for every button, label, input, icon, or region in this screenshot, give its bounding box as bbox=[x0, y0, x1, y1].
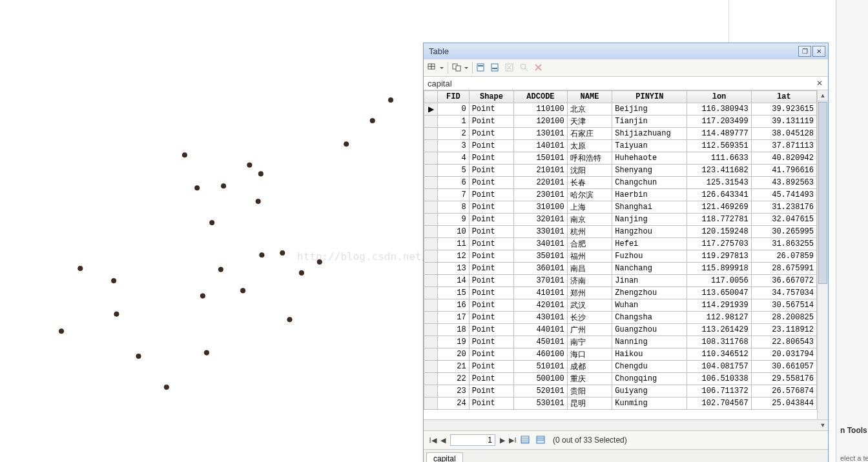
cell-lon[interactable]: 123.411682 bbox=[687, 165, 751, 177]
cell-adcode[interactable]: 210101 bbox=[514, 165, 567, 177]
cell-lat[interactable]: 43.892563 bbox=[751, 177, 816, 189]
row-header[interactable] bbox=[424, 287, 438, 299]
cell-shape[interactable]: Point bbox=[469, 177, 514, 189]
cell-lon[interactable]: 121.469269 bbox=[687, 201, 751, 214]
cell-adcode[interactable]: 360101 bbox=[514, 263, 567, 275]
cell-lon[interactable]: 108.311768 bbox=[687, 336, 751, 348]
nav-last-button[interactable]: ▶I bbox=[508, 435, 517, 445]
cell-lon[interactable]: 119.297813 bbox=[687, 250, 751, 263]
row-header[interactable] bbox=[424, 299, 438, 312]
table-row[interactable]: 15Point410101郑州Zhengzhou113.65004734.757… bbox=[424, 287, 817, 299]
cell-adcode[interactable]: 130101 bbox=[514, 128, 567, 140]
cell-lon[interactable]: 102.704567 bbox=[687, 397, 751, 410]
cell-lat[interactable]: 41.796616 bbox=[751, 165, 816, 177]
cell-name[interactable]: 南宁 bbox=[567, 336, 612, 348]
map-point[interactable] bbox=[287, 317, 293, 323]
cell-fid[interactable]: 8 bbox=[438, 201, 470, 214]
cell-lat[interactable]: 30.661057 bbox=[751, 361, 816, 373]
map-point[interactable] bbox=[260, 252, 265, 257]
table-row[interactable]: 23Point520101贵阳Guiyang106.71137226.57687… bbox=[424, 385, 817, 397]
cell-fid[interactable]: 9 bbox=[438, 214, 470, 226]
col-fid[interactable]: FID bbox=[438, 91, 470, 103]
cell-name[interactable]: 哈尔滨 bbox=[567, 189, 612, 201]
cell-shape[interactable]: Point bbox=[469, 189, 514, 201]
cell-shape[interactable]: Point bbox=[469, 226, 514, 238]
cell-adcode[interactable]: 440101 bbox=[514, 324, 567, 336]
row-header[interactable] bbox=[424, 373, 438, 385]
row-header[interactable] bbox=[424, 275, 438, 287]
cell-name[interactable]: 海口 bbox=[567, 348, 612, 361]
nav-first-button[interactable]: I◀ bbox=[428, 435, 437, 445]
scroll-thumb[interactable] bbox=[818, 102, 827, 284]
cell-shape[interactable]: Point bbox=[469, 299, 514, 312]
cell-pinyin[interactable]: Shenyang bbox=[612, 165, 687, 177]
cell-shape[interactable]: Point bbox=[469, 312, 514, 324]
cell-pinyin[interactable]: Chongqing bbox=[612, 373, 687, 385]
cell-fid[interactable]: 14 bbox=[438, 275, 470, 287]
cell-name[interactable]: 石家庄 bbox=[567, 128, 612, 140]
cell-name[interactable]: 沈阳 bbox=[567, 165, 612, 177]
cell-pinyin[interactable]: Fuzhou bbox=[612, 250, 687, 263]
cell-name[interactable]: 呼和浩特 bbox=[567, 152, 612, 165]
cell-lat[interactable]: 34.757034 bbox=[751, 287, 816, 299]
cell-shape[interactable]: Point bbox=[469, 250, 514, 263]
map-point[interactable] bbox=[164, 385, 169, 390]
cell-fid[interactable]: 13 bbox=[438, 263, 470, 275]
cell-lon[interactable]: 112.569351 bbox=[687, 140, 751, 152]
cell-lon[interactable]: 117.275703 bbox=[687, 238, 751, 250]
map-point[interactable] bbox=[258, 172, 264, 177]
window-restore-button[interactable]: ❐ bbox=[798, 46, 811, 57]
cell-adcode[interactable]: 420101 bbox=[514, 299, 567, 312]
cell-shape[interactable]: Point bbox=[469, 361, 514, 373]
table-row[interactable]: 18Point440101广州Guangzhou113.26142923.118… bbox=[424, 324, 817, 336]
cell-name[interactable]: 济南 bbox=[567, 275, 612, 287]
cell-fid[interactable]: 19 bbox=[438, 336, 470, 348]
cell-name[interactable]: 合肥 bbox=[567, 238, 612, 250]
cell-name[interactable]: 杭州 bbox=[567, 226, 612, 238]
col-lon[interactable]: lon bbox=[687, 91, 751, 103]
cell-pinyin[interactable]: Beijing bbox=[612, 103, 687, 115]
clear-selection-icon[interactable] bbox=[504, 61, 517, 74]
cell-fid[interactable]: 4 bbox=[438, 152, 470, 165]
horizontal-scrollbar[interactable] bbox=[424, 419, 818, 430]
zoom-selection-icon[interactable] bbox=[518, 61, 531, 74]
map-point[interactable] bbox=[111, 278, 116, 283]
cell-adcode[interactable]: 330101 bbox=[514, 226, 567, 238]
cell-lon[interactable]: 118.772781 bbox=[687, 214, 751, 226]
cell-shape[interactable]: Point bbox=[469, 263, 514, 275]
cell-shape[interactable]: Point bbox=[469, 214, 514, 226]
cell-fid[interactable]: 0 bbox=[438, 103, 470, 115]
cell-pinyin[interactable]: Changsha bbox=[612, 312, 687, 324]
col-lat[interactable]: lat bbox=[751, 91, 816, 103]
map-point[interactable] bbox=[256, 199, 261, 204]
table-row[interactable]: 21Point510101成都Chengdu104.08175730.66105… bbox=[424, 361, 817, 373]
table-row[interactable]: 5Point210101沈阳Shenyang123.41168241.79661… bbox=[424, 165, 817, 177]
table-row[interactable]: 20Point460100海口Haikou110.34651220.031794 bbox=[424, 348, 817, 361]
map-point[interactable] bbox=[388, 97, 393, 103]
select-by-attributes-icon[interactable] bbox=[475, 61, 488, 74]
cell-adcode[interactable]: 350101 bbox=[514, 250, 567, 263]
map-point[interactable] bbox=[204, 350, 209, 356]
cell-pinyin[interactable]: Shanghai bbox=[612, 201, 687, 214]
map-point[interactable] bbox=[200, 294, 205, 299]
cell-name[interactable]: 福州 bbox=[567, 250, 612, 263]
cell-lat[interactable]: 39.923615 bbox=[751, 103, 816, 115]
cell-lat[interactable]: 20.031794 bbox=[751, 348, 816, 361]
cell-lon[interactable]: 106.510338 bbox=[687, 373, 751, 385]
map-point[interactable] bbox=[240, 288, 245, 294]
cell-name[interactable]: 武汉 bbox=[567, 299, 612, 312]
cell-lat[interactable]: 22.806543 bbox=[751, 336, 816, 348]
cell-lat[interactable]: 25.043844 bbox=[751, 397, 816, 410]
map-canvas[interactable] bbox=[0, 0, 423, 462]
cell-fid[interactable]: 22 bbox=[438, 373, 470, 385]
cell-lat[interactable]: 28.200825 bbox=[751, 312, 816, 324]
table-row[interactable]: 16Point420101武汉Wuhan114.29193930.567514 bbox=[424, 299, 817, 312]
cell-adcode[interactable]: 410101 bbox=[514, 287, 567, 299]
cell-name[interactable]: 北京 bbox=[567, 103, 612, 115]
cell-pinyin[interactable]: Nanchang bbox=[612, 263, 687, 275]
cell-lon[interactable]: 116.380943 bbox=[687, 103, 751, 115]
cell-pinyin[interactable]: Haikou bbox=[612, 348, 687, 361]
cell-shape[interactable]: Point bbox=[469, 397, 514, 410]
cell-adcode[interactable]: 140101 bbox=[514, 140, 567, 152]
cell-shape[interactable]: Point bbox=[469, 128, 514, 140]
